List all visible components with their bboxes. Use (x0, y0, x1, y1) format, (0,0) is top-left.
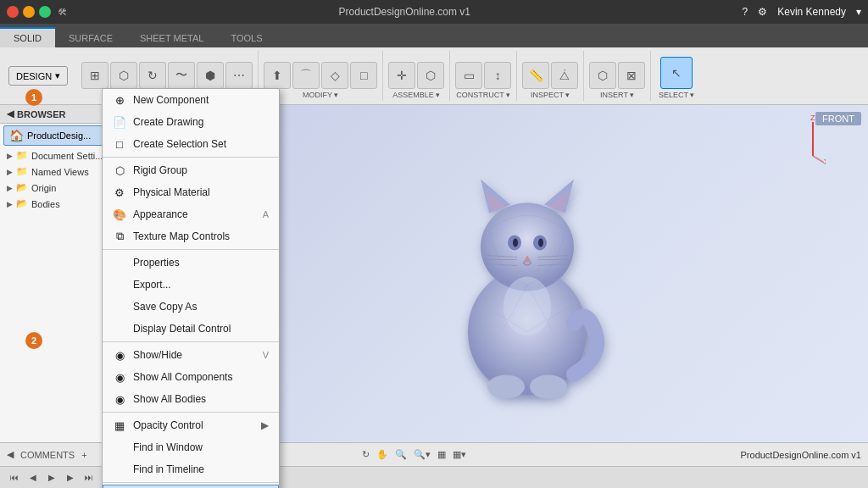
interference-btn[interactable]: ⧊ (551, 62, 578, 89)
ctx-physical-material[interactable]: ⚙ Physical Material (103, 181, 279, 203)
extrude-btn[interactable]: ⬡ (110, 62, 137, 89)
maximize-button[interactable] (39, 6, 51, 18)
timeline-prev-btn[interactable]: ◀ (25, 470, 41, 485)
loft-btn[interactable]: ⬢ (197, 62, 224, 89)
pan-icon[interactable]: ✋ (376, 449, 388, 460)
ctx-find-timeline[interactable]: Find in Timeline (103, 458, 279, 480)
measure-btn[interactable]: 📏 (522, 62, 549, 89)
browser-item-label: Document Setti... (31, 151, 103, 161)
help-icon[interactable]: ? (743, 6, 748, 18)
select-btn[interactable]: ↖ (660, 57, 693, 89)
insert-icons: ⬡ ⊠ (589, 62, 645, 89)
timeline-play-btn[interactable]: ▶ (44, 470, 59, 485)
badge-1: 1 (25, 89, 42, 106)
minimize-button[interactable] (23, 6, 35, 18)
viewport-controls: ↻ ✋ 🔍 🔍▾ ▦ ▦▾ (362, 449, 466, 460)
selection-set-icon: □ (113, 137, 126, 151)
tab-solid[interactable]: SOLID (0, 27, 55, 47)
ctx-create-drawing-label: Create Drawing (133, 116, 203, 128)
display-dropdown-icon[interactable]: ▦▾ (453, 449, 466, 460)
collapse-icon[interactable]: ◀ (7, 108, 14, 119)
ctx-create-selection-set[interactable]: □ Create Selection Set (103, 133, 279, 155)
timeline-next-btn[interactable]: ▶ (63, 470, 78, 485)
new-component-btn[interactable]: ⊞ (81, 62, 108, 89)
assemble-icons: ✛ ⬡ (388, 62, 444, 89)
expand-icon: ▶ (7, 168, 13, 176)
properties-icon (113, 256, 126, 269)
rigid-group-btn[interactable]: ⬡ (417, 62, 444, 89)
window-controls[interactable] (7, 6, 51, 18)
ctx-divider-2 (103, 249, 279, 250)
create-drawing-icon: 📄 (113, 115, 126, 129)
user-name[interactable]: Kevin Kennedy (777, 6, 846, 18)
browser-header-left: ◀ BROWSER (7, 108, 65, 119)
ctx-divider-5 (103, 482, 279, 483)
viewport[interactable]: FRONT (186, 105, 868, 442)
more-create-btn[interactable]: ⋯ (225, 62, 253, 89)
sweep-btn[interactable]: 〜 (168, 62, 195, 89)
toolbar-insert-section: ⬡ ⊠ INSERT ▾ (584, 51, 651, 101)
export-icon (113, 278, 126, 291)
insert-svg-btn[interactable]: ⊠ (618, 62, 645, 89)
root-icon: 🏠 (9, 129, 24, 142)
ctx-show-all-bodies[interactable]: ◉ Show All Bodies (103, 388, 279, 410)
ctx-find-window[interactable]: Find in Window (103, 436, 279, 458)
shell-btn[interactable]: □ (350, 62, 377, 89)
press-pull-btn[interactable]: ⬆ (264, 62, 291, 89)
orbit-icon[interactable]: ↻ (362, 449, 370, 460)
timeline-end-btn[interactable]: ⏭ (81, 470, 97, 485)
joint-btn[interactable]: ✛ (388, 62, 415, 89)
comments-label: COMMENTS (20, 450, 75, 460)
close-button[interactable] (7, 6, 19, 18)
browser-item-label: Origin (31, 183, 56, 193)
design-dropdown[interactable]: DESIGN ▾ (8, 66, 68, 86)
folder-icon: 📂 (16, 198, 28, 209)
tab-surface[interactable]: SURFACE (55, 27, 126, 47)
expand-bottom-icon[interactable]: ◀ (7, 449, 14, 460)
title-bar-right: ? ⚙ Kevin Kennedy ▾ (743, 6, 861, 18)
add-comment-icon[interactable]: + (81, 450, 86, 460)
ctx-save-copy-as[interactable]: Save Copy As (103, 296, 279, 318)
chevron-icon: ▾ (55, 70, 60, 81)
expand-icon: ▶ (7, 152, 13, 160)
ctx-no-design-history[interactable]: ≡ Do not capture Design History (103, 485, 279, 488)
window-title: ProductDesignOnline.com v1 (339, 6, 470, 18)
ctx-display-detail[interactable]: Display Detail Control (103, 318, 279, 340)
ctx-show-all-components[interactable]: ◉ Show All Components (103, 366, 279, 388)
revolve-btn[interactable]: ↻ (139, 62, 166, 89)
settings-icon[interactable]: ⚙ (758, 6, 767, 18)
ctx-new-component[interactable]: ⊕ New Component (103, 89, 279, 111)
root-label: ProductDesig... (27, 130, 91, 141)
ctx-rigid-group-label: Rigid Group (133, 164, 187, 176)
construct-icons: ▭ ↕ (455, 62, 511, 89)
fillet-btn[interactable]: ⌒ (292, 62, 320, 89)
ctx-export[interactable]: Export... (103, 274, 279, 296)
zoom-dropdown-icon[interactable]: 🔍▾ (414, 449, 431, 460)
insert-mesh-btn[interactable]: ⬡ (589, 62, 616, 89)
ctx-appearance-label: Appearance (133, 208, 188, 220)
toolbar-select-section: ↖ SELECT ▾ (651, 51, 702, 101)
ctx-rigid-group[interactable]: ⬡ Rigid Group (103, 159, 279, 181)
ctx-properties-label: Properties (133, 257, 180, 269)
axis-btn[interactable]: ↕ (484, 62, 511, 89)
timeline-start-btn[interactable]: ⏮ (7, 470, 22, 485)
save-copy-icon (113, 300, 126, 313)
plane-btn[interactable]: ▭ (455, 62, 482, 89)
new-component-icon: ⊕ (113, 93, 126, 107)
svg-point-18 (530, 375, 567, 399)
ctx-find-timeline-label: Find in Timeline (133, 463, 204, 475)
zoom-icon[interactable]: 🔍 (395, 449, 407, 460)
ctx-appearance[interactable]: 🎨 Appearance A (103, 203, 279, 225)
ctx-export-label: Export... (133, 279, 171, 291)
tab-tools[interactable]: TOOLS (217, 27, 275, 47)
chamfer-btn[interactable]: ◇ (321, 62, 348, 89)
ctx-show-hide[interactable]: ◉ Show/Hide V (103, 344, 279, 366)
opacity-icon: ▦ (113, 419, 126, 432)
ctx-properties[interactable]: Properties (103, 252, 279, 274)
show-hide-shortcut: V (263, 350, 269, 360)
ctx-texture-map[interactable]: ⧉ Texture Map Controls (103, 225, 279, 247)
display-mode-icon[interactable]: ▦ (437, 449, 446, 460)
ctx-opacity-control[interactable]: ▦ Opacity Control ▶ (103, 414, 279, 436)
tab-sheet-metal[interactable]: SHEET METAL (126, 27, 217, 47)
ctx-create-drawing[interactable]: 📄 Create Drawing (103, 111, 279, 133)
